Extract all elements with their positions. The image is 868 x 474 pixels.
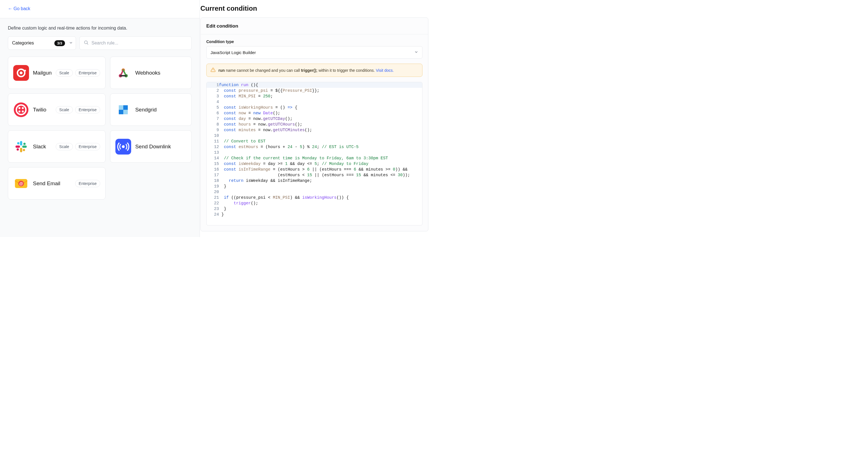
- card-name: Send Downlink: [135, 144, 171, 150]
- rule-card-mailgun[interactable]: MailgunScaleEnterprise: [8, 57, 105, 89]
- code-content[interactable]: const isInTimeRange = (estHours > 6 || (…: [219, 167, 422, 172]
- line-number: 20: [207, 189, 219, 195]
- code-line[interactable]: 11 // Convert to EST: [207, 138, 422, 144]
- code-line[interactable]: 22 trigger();: [207, 200, 422, 206]
- rule-card-send-email[interactable]: @Send EmailEnterprise: [8, 167, 105, 199]
- code-content[interactable]: const minutes = now.getUTCMinutes();: [219, 127, 422, 133]
- search-input[interactable]: [91, 40, 187, 45]
- alert-banner: run name cannot be changed and you can c…: [206, 64, 423, 77]
- code-line[interactable]: 2 const pressure_psi = ${{Pressure_PSI}}…: [207, 88, 422, 93]
- rule-card-send-downlink[interactable]: Send Downlink: [110, 130, 192, 163]
- categories-badge: 3/3: [54, 40, 65, 46]
- svg-point-14: [22, 110, 24, 112]
- rule-card-sendgrid[interactable]: Sendgrid: [110, 93, 192, 126]
- code-content[interactable]: const isWorkingHours = () => {: [219, 105, 422, 110]
- line-number: 14: [207, 155, 219, 161]
- code-content[interactable]: const isWeekday = day >= 1 && day <= 5; …: [219, 161, 422, 167]
- rule-card-twilio[interactable]: TwilioScaleEnterprise: [8, 93, 105, 126]
- rule-card-slack[interactable]: SlackScaleEnterprise: [8, 130, 105, 163]
- code-line[interactable]: 21 if ((pressure_psi < MIN_PSI) && isWor…: [207, 195, 422, 200]
- tag-enterprise: Enterprise: [75, 143, 100, 150]
- svg-point-11: [19, 107, 21, 109]
- code-content[interactable]: }: [219, 184, 422, 189]
- code-content[interactable]: return isWeekday && isInTimeRange;: [219, 178, 422, 184]
- twilio-icon: [13, 102, 29, 118]
- code-content[interactable]: (estHours < 15 || (estHours === 15 && mi…: [219, 172, 422, 178]
- code-content[interactable]: const MIN_PSI = 250;: [219, 93, 422, 99]
- tag-scale: Scale: [56, 69, 73, 76]
- svg-point-4: [20, 71, 23, 74]
- send-email-icon: @: [13, 176, 29, 191]
- card-name: Twilio: [33, 107, 46, 113]
- categories-dropdown[interactable]: Categories 3/3: [8, 36, 76, 50]
- tag-enterprise: Enterprise: [75, 69, 100, 76]
- line-number: 10: [207, 133, 219, 138]
- code-line[interactable]: 17 (estHours < 15 || (estHours === 15 &&…: [207, 172, 422, 178]
- tag-scale: Scale: [56, 143, 73, 150]
- line-number: 5: [207, 105, 219, 110]
- line-number: 4: [207, 99, 219, 105]
- code-line[interactable]: 18 return isWeekday && isInTimeRange;: [207, 178, 422, 184]
- code-content[interactable]: // Check if the current time is Monday t…: [219, 155, 422, 161]
- mailgun-icon: [13, 65, 29, 81]
- warning-icon: [211, 67, 216, 73]
- code-content[interactable]: [219, 150, 422, 155]
- search-box[interactable]: [80, 36, 192, 50]
- line-number: 11: [207, 138, 219, 144]
- code-line[interactable]: 13: [207, 150, 422, 155]
- card-name: Webhooks: [135, 70, 160, 76]
- code-line[interactable]: 3 const MIN_PSI = 250;: [207, 93, 422, 99]
- code-content[interactable]: }: [219, 206, 422, 212]
- line-number: 2: [207, 88, 219, 93]
- condition-type-select[interactable]: JavaScript Logic Builder: [206, 46, 423, 59]
- code-line[interactable]: 5 const isWorkingHours = () => {: [207, 105, 422, 110]
- line-number: 22: [207, 200, 219, 206]
- code-line[interactable]: 6 const now = new Date();: [207, 110, 422, 116]
- code-line[interactable]: 23 }: [207, 206, 422, 212]
- card-tags: ScaleEnterprise: [56, 69, 100, 76]
- code-line[interactable]: 10: [207, 133, 422, 138]
- code-line[interactable]: 20: [207, 189, 422, 195]
- svg-point-26: [17, 148, 19, 151]
- code-line[interactable]: 7 const day = now.getUTCDay();: [207, 116, 422, 122]
- rule-card-webhooks[interactable]: Webhooks: [110, 57, 192, 89]
- line-number: 13: [207, 150, 219, 155]
- code-content[interactable]: }: [219, 212, 422, 217]
- code-content[interactable]: const hours = now.getUTCHours();: [219, 122, 422, 127]
- code-content[interactable]: const estHours = (hours + 24 - 5) % 24; …: [219, 144, 422, 150]
- code-content[interactable]: [219, 189, 422, 195]
- code-line[interactable]: 16 const isInTimeRange = (estHours > 6 |…: [207, 167, 422, 172]
- svg-rect-17: [119, 110, 123, 114]
- sendgrid-icon: [115, 102, 131, 118]
- go-back-link[interactable]: ← Go back: [8, 6, 30, 11]
- svg-rect-21: [20, 148, 22, 152]
- line-number: 24: [207, 212, 219, 217]
- code-content[interactable]: [219, 133, 422, 138]
- code-line[interactable]: 1function run (){: [207, 82, 422, 88]
- go-back-label: Go back: [13, 6, 30, 11]
- code-line[interactable]: 24 }: [207, 212, 422, 217]
- code-line[interactable]: 14 // Check if the current time is Monda…: [207, 155, 422, 161]
- code-line[interactable]: 19 }: [207, 184, 422, 189]
- card-tags: Enterprise: [75, 180, 100, 187]
- visit-docs-link[interactable]: Visit docs.: [376, 68, 394, 73]
- code-content[interactable]: trigger();: [219, 200, 422, 206]
- condition-type-value: JavaScript Logic Builder: [211, 50, 256, 55]
- code-content[interactable]: const day = now.getUTCDay();: [219, 116, 422, 122]
- card-name: Slack: [33, 144, 46, 150]
- code-content[interactable]: [219, 99, 422, 105]
- code-line[interactable]: 4: [207, 99, 422, 105]
- code-editor[interactable]: 1function run (){2 const pressure_psi = …: [206, 82, 423, 225]
- svg-rect-22: [16, 146, 20, 148]
- code-content[interactable]: const now = new Date();: [219, 110, 422, 116]
- code-content[interactable]: const pressure_psi = ${{Pressure_PSI}};: [219, 88, 422, 93]
- code-content[interactable]: if ((pressure_psi < MIN_PSI) && isWorkin…: [219, 195, 422, 200]
- code-line[interactable]: 15 const isWeekday = day >= 1 && day <= …: [207, 161, 422, 167]
- line-number: 17: [207, 172, 219, 178]
- code-line[interactable]: 9 const minutes = now.getUTCMinutes();: [207, 127, 422, 133]
- code-content[interactable]: // Convert to EST: [219, 138, 422, 144]
- code-line[interactable]: 12 const estHours = (hours + 24 - 5) % 2…: [207, 144, 422, 150]
- code-line[interactable]: 8 const hours = now.getUTCHours();: [207, 122, 422, 127]
- code-content[interactable]: function run (){: [219, 82, 422, 88]
- svg-point-25: [23, 149, 25, 151]
